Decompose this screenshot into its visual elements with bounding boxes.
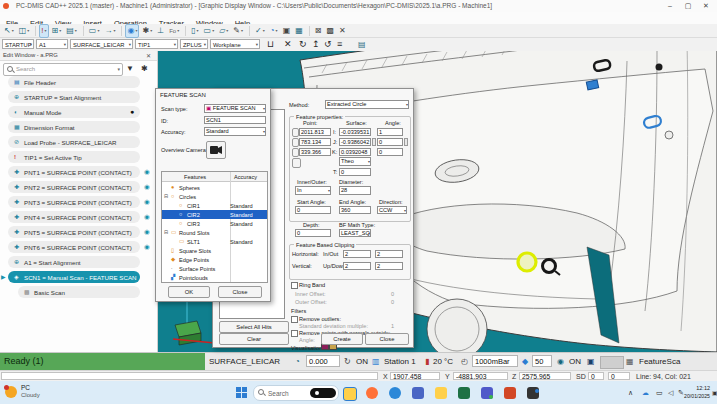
angle-3-field[interactable]: 0	[377, 148, 403, 156]
eye-icon[interactable]: ◉	[144, 168, 150, 176]
highlighted-circle-cir2[interactable]	[518, 253, 536, 271]
features-column-header[interactable]: Features	[184, 174, 206, 180]
tree-item-pointclouds[interactable]: ▞Pointclouds	[162, 273, 267, 282]
rotate-left-icon[interactable]: ↺	[324, 38, 332, 51]
tree-item-cir1[interactable]: ○CIR1Standard	[162, 201, 267, 210]
probe-icon[interactable]: ⊥	[155, 24, 166, 38]
overview-camera-button[interactable]	[206, 141, 226, 159]
tree-item-circles[interactable]: ⊟○Circles	[162, 192, 267, 201]
angle-2-field[interactable]: 0	[377, 138, 403, 146]
close-button[interactable]: Close	[218, 286, 262, 298]
scale-icon[interactable]: ✕	[337, 24, 348, 38]
inner-outer-select[interactable]: In▾	[295, 186, 331, 195]
tray-chevron-icon[interactable]: ∧	[628, 389, 633, 397]
firefox-icon[interactable]	[366, 387, 378, 399]
cmd-pnt5[interactable]: ✚PNT5 = SURFACE POINT (CONTACT)	[8, 226, 140, 238]
chevron-down-icon[interactable]: ▾	[117, 66, 120, 72]
tree-item-round-slots[interactable]: ⊟▭Round Slots	[162, 228, 267, 237]
id-field[interactable]: SCN1	[204, 116, 266, 124]
cmd-startup-alignment[interactable]: ⊕STARTUP = Start Alignment	[8, 91, 140, 103]
clip-h1-field[interactable]: 2	[343, 250, 371, 258]
powerpoint-icon[interactable]	[504, 387, 516, 399]
program-mode-icon[interactable]: →▾	[102, 24, 117, 38]
search-input[interactable]: Search ▾	[3, 63, 123, 76]
remove-outliers-checkbox[interactable]	[291, 316, 298, 323]
polygon-icon[interactable]: ▱▾	[217, 24, 230, 38]
taskbar-search[interactable]: Search	[253, 385, 339, 401]
pressure-field[interactable]: 1000mBar	[472, 355, 518, 367]
excel-icon[interactable]	[458, 387, 470, 399]
direction-select[interactable]: CCW▾	[377, 206, 407, 214]
point-picker-button[interactable]	[292, 138, 299, 147]
method-select[interactable]: Extracted Circle▾	[325, 100, 409, 109]
tree-item-slt1[interactable]: ▭SLT1Standard	[162, 237, 267, 246]
clip-h2-field[interactable]: 2	[375, 250, 403, 258]
tip-combo[interactable]: TIP1▾	[135, 39, 178, 49]
view-layout-icon[interactable]: ⊞▾	[50, 24, 64, 38]
cmd-scn1-feature-scan[interactable]: ◈SCN1 = Manual Scan - FEATURE SCAN	[8, 271, 140, 283]
cmd-pnt2[interactable]: ✚PNT2 = SURFACE POINT (CONTACT)	[8, 181, 140, 193]
clearance-cube-icon[interactable]: ⊔	[267, 38, 274, 51]
check-icon[interactable]: ✓▾	[253, 24, 267, 38]
cmd-pnt1[interactable]: ✚PNT1 = SURFACE POINT (CONTACT)	[8, 166, 140, 178]
cmd-manual-mode[interactable]: ◐Manual Mode●	[8, 106, 140, 118]
tree-item-cir2-selected[interactable]: ○CIR2Standard	[162, 210, 267, 219]
notification-bell-icon[interactable]: ▣	[712, 389, 717, 396]
depth-field[interactable]: 0	[295, 229, 331, 237]
eye-icon[interactable]: ◉	[144, 213, 150, 221]
delete-icon[interactable]: ✕	[284, 38, 292, 51]
surface-j-field[interactable]: -0.9386042	[339, 138, 371, 146]
app-blue-icon[interactable]	[412, 387, 424, 399]
cmd-set-active-tip[interactable]: !TIP1 = Set Active Tip	[8, 151, 140, 163]
clock-date[interactable]: 20/01/2025	[682, 393, 710, 399]
accuracy-select[interactable]: Standard▾	[204, 127, 266, 136]
remove-normals-checkbox[interactable]	[291, 330, 298, 337]
minimize-button[interactable]: –	[662, 1, 678, 11]
start-angle-field[interactable]: 0	[295, 206, 331, 214]
speed-field[interactable]: 0.000	[306, 355, 340, 367]
clock-time[interactable]: 12:12	[690, 385, 710, 391]
feature-slot-icon[interactable]: ▭▾	[202, 24, 217, 38]
filter-icon[interactable]: ▼	[126, 64, 134, 73]
weather-title[interactable]: PC	[21, 384, 30, 391]
tools-icon[interactable]: ✱▾	[140, 24, 154, 38]
gear-icon[interactable]: ✱	[141, 64, 148, 73]
clear-button[interactable]: Clear	[219, 333, 289, 345]
camera-view-icon[interactable]: ▣	[281, 24, 293, 38]
cad-window-icon[interactable]: ◫▾	[17, 24, 32, 38]
diameter-field[interactable]: 28	[339, 186, 371, 195]
zoom-window-icon[interactable]: ▩	[324, 24, 336, 38]
t-field[interactable]: 0	[339, 168, 371, 176]
point-picker-button[interactable]	[292, 128, 299, 137]
weather-subtitle[interactable]: Cloudy	[21, 392, 40, 398]
surface-i-field[interactable]: -0.0339531	[339, 128, 371, 136]
close-button[interactable]: Close	[365, 333, 409, 345]
feature-rect-icon[interactable]: ▯▾	[189, 24, 200, 38]
weather-icon[interactable]	[5, 386, 17, 398]
tree-item-edge-points[interactable]: ◆Edge Points	[162, 255, 267, 264]
folder-icon[interactable]	[435, 387, 447, 399]
comment-icon[interactable]: ▭▾	[87, 24, 102, 38]
cmd-file-header[interactable]: ▤File Header	[8, 76, 140, 88]
onedrive-cloud-icon[interactable]: ☁	[642, 389, 649, 397]
cmd-load-probe[interactable]: ⊘Load Probe - SURFACE_LEICAR	[8, 136, 140, 148]
rotate-icon[interactable]: ↻	[299, 38, 307, 51]
close-button[interactable]: ✕	[698, 1, 714, 11]
axis-combo[interactable]: ZPLUS▾	[180, 39, 208, 49]
point-picker-button[interactable]	[292, 148, 299, 157]
pointer-icon[interactable]: ↖▾	[2, 24, 16, 38]
cmd-pnt6[interactable]: ✚PNT6 = SURFACE POINT (CONTACT)	[8, 241, 140, 253]
gauge-icon[interactable]: ◔▾	[268, 24, 280, 38]
surface-k-field[interactable]: 0.0392048	[339, 148, 371, 156]
create-button[interactable]: Create	[321, 333, 363, 345]
file-explorer-icon[interactable]	[343, 387, 357, 401]
speaker-icon[interactable]: ◁	[668, 389, 673, 397]
zoom-fit-icon[interactable]: ⊠	[313, 24, 324, 38]
machine-icon[interactable]: ▤	[358, 38, 366, 51]
select-all-hits-button[interactable]: Select All Hits	[219, 321, 289, 333]
angle-spinner[interactable]	[404, 138, 408, 146]
features-table[interactable]: Features Accuracy ●Spheres ⊟○Circles ○CI…	[161, 171, 268, 283]
cmd-a1-alignment[interactable]: ⊕A1 = Start Alignment	[8, 256, 140, 268]
point-x-field[interactable]: 2011.813	[299, 128, 331, 136]
point-y-field[interactable]: 783.134	[299, 138, 331, 146]
